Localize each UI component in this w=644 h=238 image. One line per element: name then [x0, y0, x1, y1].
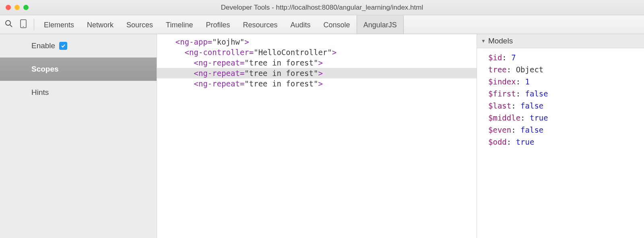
model-prop-id[interactable]: $id: 7	[488, 51, 640, 64]
enable-checkbox[interactable]	[59, 42, 67, 50]
scope-tree-line[interactable]: <ng-repeat="tree in forest">	[157, 68, 477, 78]
toolbar: ElementsNetworkSourcesTimelineProfilesRe…	[0, 15, 644, 34]
tab-network[interactable]: Network	[80, 15, 120, 34]
tab-profiles[interactable]: Profiles	[199, 15, 236, 34]
search-icon[interactable]	[5, 20, 13, 29]
model-prop-last[interactable]: $last: false	[488, 100, 640, 112]
models-properties: $id: 7tree: Object$index: 1$first: false…	[477, 48, 644, 151]
model-prop-first[interactable]: $first: false	[488, 88, 640, 100]
tab-console[interactable]: Console	[317, 15, 357, 34]
tabs: ElementsNetworkSourcesTimelineProfilesRe…	[37, 15, 404, 34]
sidebar-item-hints[interactable]: Hints	[0, 81, 157, 104]
titlebar: Developer Tools - http://localhost:8080/…	[0, 0, 644, 15]
scope-tree-line[interactable]: <ng-repeat="tree in forest">	[157, 57, 477, 68]
model-prop-odd[interactable]: $odd: true	[488, 136, 640, 148]
traffic-lights	[0, 5, 29, 10]
sidebar-enable-row[interactable]: Enable	[0, 34, 157, 57]
tab-sources[interactable]: Sources	[120, 15, 159, 34]
models-header[interactable]: ▼ Models	[477, 34, 644, 48]
scope-tree-panel: <ng-app="kojhw"> <ng-controller="HelloCo…	[157, 34, 477, 238]
scope-tree-line[interactable]: <ng-controller="HelloController">	[157, 47, 477, 57]
svg-point-0	[6, 21, 10, 25]
model-prop-tree[interactable]: tree: Object	[488, 64, 640, 76]
tab-timeline[interactable]: Timeline	[159, 15, 199, 34]
tab-angularjs[interactable]: AngularJS	[357, 15, 404, 34]
devtools-window: Developer Tools - http://localhost:8080/…	[0, 0, 644, 238]
disclosure-triangle-icon[interactable]: ▼	[481, 38, 486, 44]
sidebar: Enable ScopesHints	[0, 34, 157, 238]
sidebar-item-scopes[interactable]: Scopes	[0, 57, 157, 81]
models-panel: ▼ Models $id: 7tree: Object$index: 1$fir…	[477, 34, 644, 238]
enable-label: Enable	[31, 41, 55, 50]
sidebar-items: ScopesHints	[0, 57, 157, 104]
tab-audits[interactable]: Audits	[284, 15, 317, 34]
tab-resources[interactable]: Resources	[237, 15, 284, 34]
model-prop-index[interactable]: $index: 1	[488, 76, 640, 88]
model-prop-middle[interactable]: $middle: true	[488, 112, 640, 124]
maximize-window-button[interactable]	[23, 5, 29, 10]
device-icon[interactable]	[20, 19, 27, 30]
svg-line-1	[10, 25, 12, 27]
models-title: Models	[488, 37, 513, 45]
tab-elements[interactable]: Elements	[37, 15, 80, 34]
window-title: Developer Tools - http://localhost:8080/…	[221, 4, 423, 12]
svg-point-3	[23, 26, 24, 27]
minimize-window-button[interactable]	[14, 5, 20, 10]
content-area: Enable ScopesHints <ng-app="kojhw"> <ng-…	[0, 34, 644, 238]
scope-tree-line[interactable]: <ng-repeat="tree in forest">	[157, 78, 477, 89]
toolbar-left	[5, 19, 34, 30]
close-window-button[interactable]	[6, 5, 11, 10]
scope-tree-line[interactable]: <ng-app="kojhw">	[157, 37, 477, 47]
model-prop-even[interactable]: $even: false	[488, 124, 640, 136]
